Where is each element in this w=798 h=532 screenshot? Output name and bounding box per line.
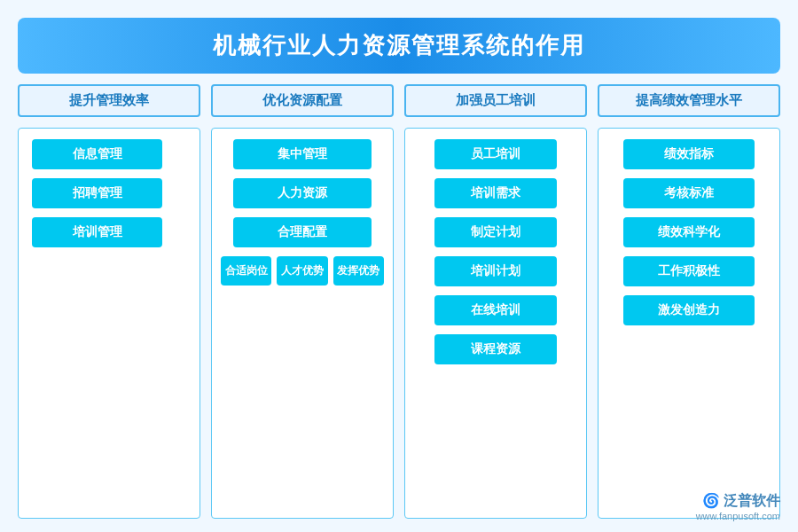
watermark-logo: 🌀 泛普软件 bbox=[702, 492, 780, 511]
main-container: 机械行业人力资源管理系统的作用 提升管理效率 优化资源配置 加强员工培训 提高绩… bbox=[0, 0, 798, 532]
col2-item-3: 合理配置 bbox=[233, 217, 372, 247]
col4-item-5: 激发创造力 bbox=[623, 295, 754, 325]
col3-item-5: 在线培训 bbox=[434, 295, 557, 325]
header-1: 提升管理效率 bbox=[18, 84, 200, 117]
column-1: 信息管理 招聘管理 培训管理 bbox=[18, 128, 200, 519]
col4-item-3: 绩效科学化 bbox=[623, 217, 754, 247]
col3-item-1: 员工培训 bbox=[434, 139, 557, 169]
col2-sub-row: 合适岗位 人才优势 发挥优势 bbox=[221, 256, 384, 286]
col4-item-4: 工作积极性 bbox=[623, 256, 754, 286]
col2-item-1: 集中管理 bbox=[233, 139, 372, 169]
column-4: 绩效指标 考核标准 绩效科学化 工作积极性 激发创造力 bbox=[598, 128, 780, 519]
col1-item-1: 信息管理 bbox=[32, 139, 162, 169]
col2-inner: 集中管理 人力资源 合理配置 合适岗位 人才优势 发挥优势 bbox=[221, 139, 384, 286]
watermark-url: www.fanpusoft.com bbox=[696, 511, 780, 521]
header-2: 优化资源配置 bbox=[211, 84, 394, 117]
col3-item-3: 制定计划 bbox=[434, 217, 557, 247]
header-3: 加强员工培训 bbox=[404, 84, 587, 117]
page-title: 机械行业人力资源管理系统的作用 bbox=[18, 18, 780, 74]
headers-row: 提升管理效率 优化资源配置 加强员工培训 提高绩效管理水平 bbox=[18, 84, 780, 117]
col2-sub-item-2: 人才优势 bbox=[277, 256, 327, 286]
col4-item-2: 考核标准 bbox=[623, 178, 754, 208]
col2-sub-item-3: 发挥优势 bbox=[333, 256, 384, 286]
watermark: 🌀 泛普软件 www.fanpusoft.com bbox=[696, 492, 780, 521]
col3-item-2: 培训需求 bbox=[434, 178, 557, 208]
columns-row: 信息管理 招聘管理 培训管理 集中管理 人力资源 合理配置 合适岗位 人才优势 … bbox=[18, 128, 780, 519]
col2-sub-item-1: 合适岗位 bbox=[221, 256, 271, 286]
fan-icon: 🌀 bbox=[702, 493, 720, 508]
col3-item-4: 培训计划 bbox=[434, 256, 557, 286]
header-4: 提高绩效管理水平 bbox=[598, 84, 780, 117]
col1-item-2: 招聘管理 bbox=[32, 178, 162, 208]
col3-item-6: 课程资源 bbox=[434, 334, 557, 364]
column-2: 集中管理 人力资源 合理配置 合适岗位 人才优势 发挥优势 bbox=[211, 128, 394, 519]
col2-item-2: 人力资源 bbox=[233, 178, 372, 208]
col4-item-1: 绩效指标 bbox=[623, 139, 754, 169]
col1-item-3: 培训管理 bbox=[32, 217, 162, 247]
column-3: 员工培训 培训需求 制定计划 培训计划 在线培训 课程资源 bbox=[404, 128, 587, 519]
